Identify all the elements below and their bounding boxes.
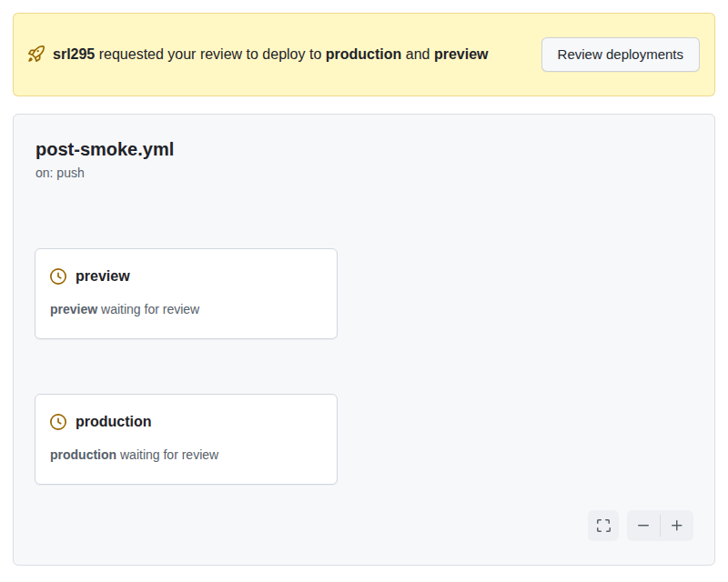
workflow-header: post-smoke.yml on: push	[14, 115, 714, 182]
banner-env-preview: preview	[434, 46, 489, 62]
graph-controls	[588, 510, 693, 541]
job-name: production	[76, 412, 152, 432]
review-deployments-button[interactable]: Review deployments	[541, 37, 700, 72]
job-title-row: production	[50, 412, 322, 432]
job-status-env: preview	[50, 302, 97, 316]
zoom-control-group	[627, 510, 693, 541]
job-status: production waiting for review	[50, 447, 322, 464]
rocket-icon	[28, 45, 45, 62]
job-card-preview[interactable]: preview preview waiting for review	[35, 248, 338, 339]
deployment-review-banner: srl295 requested your review to deploy t…	[13, 13, 715, 96]
banner-env-production: production	[326, 46, 402, 62]
clock-icon	[50, 414, 66, 430]
job-status-text: waiting for review	[116, 447, 218, 462]
workflow-trigger: on: push	[35, 164, 693, 182]
banner-text-requested: requested your review to deploy to	[95, 46, 325, 62]
job-title-row: preview	[50, 266, 322, 286]
workflow-file-name: post-smoke.yml	[35, 137, 693, 161]
fullscreen-button[interactable]	[588, 510, 619, 541]
job-status-text: waiting for review	[97, 302, 199, 316]
page: srl295 requested your review to deploy t…	[0, 0, 728, 578]
banner-actor: srl295	[53, 46, 95, 62]
zoom-in-button[interactable]	[661, 510, 693, 541]
clock-icon	[50, 268, 66, 285]
job-name: preview	[76, 266, 130, 286]
workflow-card: post-smoke.yml on: push preview preview …	[13, 114, 715, 566]
banner-message: srl295 requested your review to deploy t…	[28, 44, 527, 65]
job-status: preview waiting for review	[50, 301, 322, 318]
banner-text-and: and	[401, 46, 434, 62]
minus-icon	[636, 518, 651, 533]
fullscreen-icon	[596, 518, 611, 533]
job-card-production[interactable]: production production waiting for review	[35, 394, 338, 485]
job-status-env: production	[50, 447, 116, 462]
plus-icon	[670, 518, 684, 533]
zoom-out-button[interactable]	[627, 510, 660, 541]
